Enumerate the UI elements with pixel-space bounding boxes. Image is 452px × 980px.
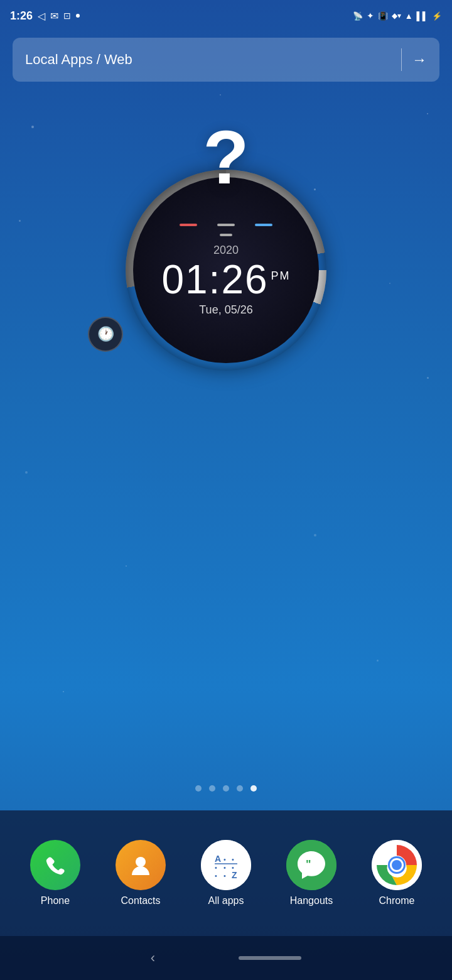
bluetooth-icon: ✦ xyxy=(367,11,374,21)
screenshot-icon: ⊡ xyxy=(63,11,71,21)
search-text: Local Apps / Web xyxy=(25,52,391,68)
phone-icon xyxy=(30,840,80,890)
indicator-red xyxy=(180,224,197,226)
clock-ampm: PM xyxy=(271,270,291,282)
status-time: 1:26 xyxy=(10,9,33,23)
clock-hour-min: 01:26 xyxy=(161,257,268,302)
clock-widget[interactable]: ? 2020 01:26PM Tue, 05/26 🕐 xyxy=(126,170,326,371)
svg-text:•: • xyxy=(232,856,234,863)
wifi-icon: ▲ xyxy=(405,11,413,21)
page-dot-1[interactable] xyxy=(195,785,202,792)
clock-area: ? 2020 01:26PM Tue, 05/26 🕐 xyxy=(0,119,452,421)
status-left: 1:26 ◁ ✉ ⊡ xyxy=(10,9,80,23)
page-dot-2[interactable] xyxy=(209,785,215,792)
clock-date: Tue, 05/26 xyxy=(199,303,252,317)
clock-face: 2020 01:26PM Tue, 05/26 xyxy=(133,177,319,363)
gmail-icon: ✉ xyxy=(50,10,58,22)
svg-text:•: • xyxy=(223,856,226,863)
svg-text:": " xyxy=(306,858,311,871)
dock-item-phone[interactable]: Phone xyxy=(30,840,80,906)
battery-icon: ⚡ xyxy=(432,11,442,21)
notification-dot xyxy=(76,14,80,18)
page-dot-3[interactable] xyxy=(223,785,229,792)
svg-text:•: • xyxy=(215,864,217,871)
svg-text:A: A xyxy=(215,854,221,864)
nav-bar: ‹ xyxy=(0,936,452,980)
search-arrow-icon[interactable]: → xyxy=(412,51,427,68)
clock-time: 01:26PM xyxy=(161,259,290,300)
hangouts-label: Hangouts xyxy=(290,895,333,906)
svg-text:•: • xyxy=(215,872,217,879)
dock-item-contacts[interactable]: Contacts xyxy=(116,840,166,906)
chrome-label: Chrome xyxy=(379,895,415,906)
dock-item-hangouts[interactable]: " Hangouts xyxy=(286,840,336,906)
search-divider xyxy=(401,48,402,71)
indicator-small xyxy=(220,234,232,236)
clock-indicators xyxy=(180,224,272,226)
nav-back-button[interactable]: ‹ xyxy=(151,950,155,966)
page-dot-5[interactable] xyxy=(250,785,257,792)
dock-item-chrome[interactable]: Chrome xyxy=(372,840,422,906)
signal-icon: ▌▌ xyxy=(417,11,428,21)
svg-point-18 xyxy=(392,860,402,870)
hangouts-icon: " xyxy=(286,840,336,890)
vibrate-icon: 📳 xyxy=(378,11,388,21)
back-arrow-icon: ◁ xyxy=(38,10,45,22)
contacts-label: Contacts xyxy=(121,895,160,906)
allapps-icon: A • • • • • • • Z xyxy=(201,840,251,890)
chrome-icon xyxy=(372,840,422,890)
alarm-icon: 🕐 xyxy=(97,326,114,342)
svg-text:Z: Z xyxy=(232,870,237,880)
dock: Phone Contacts A • • • • • • • Z xyxy=(0,810,452,936)
svg-point-1 xyxy=(201,840,251,890)
alarm-button[interactable]: 🕐 xyxy=(88,317,123,352)
phone-label: Phone xyxy=(41,895,70,906)
page-indicators xyxy=(0,785,452,792)
contacts-icon xyxy=(116,840,166,890)
dock-item-allapps[interactable]: A • • • • • • • Z All apps xyxy=(201,840,251,906)
svg-text:•: • xyxy=(223,864,226,871)
indicator-gray xyxy=(217,224,235,226)
svg-text:•: • xyxy=(223,872,226,879)
indicator-blue xyxy=(255,224,272,226)
status-bar: 1:26 ◁ ✉ ⊡ 📡 ✦ 📳 ◆▾ ▲ ▌▌ ⚡ xyxy=(0,0,452,31)
wifi-calling-icon: ◆▾ xyxy=(392,11,401,20)
svg-point-0 xyxy=(136,857,146,867)
allapps-label: All apps xyxy=(208,895,244,906)
nav-home-indicator[interactable] xyxy=(239,956,301,960)
search-bar[interactable]: Local Apps / Web → xyxy=(13,38,439,82)
status-right: 📡 ✦ 📳 ◆▾ ▲ ▌▌ ⚡ xyxy=(353,11,442,21)
clock-year: 2020 xyxy=(213,244,239,257)
question-mark: ? xyxy=(203,119,249,195)
page-dot-4[interactable] xyxy=(237,785,243,792)
cast-icon: 📡 xyxy=(353,11,363,21)
